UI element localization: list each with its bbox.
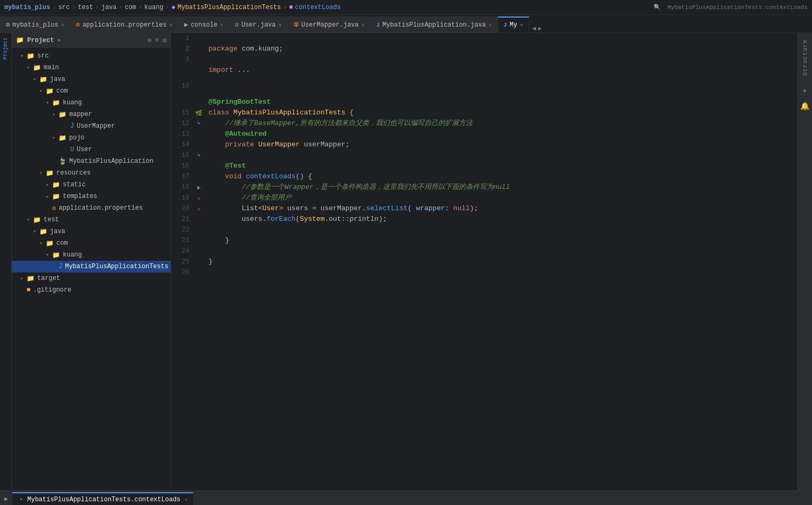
tab-mybatisplus-app[interactable]: J MybatisPlusApplication.java ✕ (371, 16, 498, 32)
tab-user-java[interactable]: U User.java ✕ (229, 16, 287, 32)
tab-scroll-left[interactable]: ◀ (532, 24, 536, 32)
list-icon[interactable]: ≡ (155, 36, 159, 45)
tree-item-gitignore[interactable]: ■ .gitignore (12, 284, 171, 296)
line-numbers: 1 2 3 10 11 12 13 14 15 16 17 18 19 20 2… (171, 33, 194, 490)
breadcrumb-bar: mybatis_plus › src › test › java › com ›… (0, 0, 812, 15)
run-icon: ▶ (2, 495, 10, 503)
file-icon-props: ⚙ (52, 204, 56, 212)
file-icon-tests: J (58, 263, 62, 270)
tree-item-test-kuang[interactable]: ▾ 📁 kuang (12, 249, 171, 261)
structure-label[interactable]: Structure (802, 35, 808, 80)
tab-application-properties[interactable]: ⚙ application.properties ✕ (70, 16, 179, 32)
tab-mybatisplus-tests[interactable]: J My ✕ (498, 16, 529, 32)
gear-icon[interactable]: ⊕ (148, 36, 152, 45)
tree-item-user[interactable]: U User (12, 144, 171, 155)
project-header-icons: ⊕ ≡ ⚙ (148, 36, 166, 45)
tab-scroll-right[interactable]: ▶ (538, 24, 542, 32)
file-icon-mybatisapp: 🍃 (58, 158, 66, 165)
tree-item-java[interactable]: ▾ 📁 java (12, 73, 171, 85)
tree-item-resources[interactable]: ▾ 📁 resources (12, 167, 171, 179)
tree-item-tests-class[interactable]: J MybatisPlusApplicationTests (12, 261, 171, 272)
folder-icon-target: 📁 (27, 275, 35, 283)
tab-usermapper-java[interactable]: ① UserMapper.java ✕ (288, 16, 371, 32)
project-panel: 📁 Project ▾ ⊕ ≡ ⚙ ▾ 📁 src ▾ 📁 main (12, 33, 171, 490)
file-icon-user: U (70, 146, 74, 153)
editor-area: 1 2 3 10 11 12 13 14 15 16 17 18 19 20 2… (171, 33, 797, 490)
right-strip: Structure ★ 🔔 (797, 33, 812, 490)
editor-gutter: 🌿 ✎ ✎ ▶ ⚠ ⚠ (194, 33, 204, 490)
favorites-button[interactable]: ★ (799, 84, 811, 96)
bottom-panel: ▶ 🔹 MybatisPlusApplicationTests.contextL… (0, 490, 812, 505)
settings-icon[interactable]: ⚙ (162, 36, 166, 45)
code-content[interactable]: package com.kuang; import ... @SpringBoo… (204, 33, 797, 490)
project-folder-icon: 📁 (16, 36, 24, 44)
tree-item-src[interactable]: ▾ 📁 src (12, 50, 171, 62)
run-tab[interactable]: 🔹 MybatisPlusApplicationTests.contextLoa… (12, 492, 193, 506)
folder-icon-resources: 📁 (46, 169, 54, 177)
bottom-tab-bar: ▶ 🔹 MybatisPlusApplicationTests.contextL… (0, 491, 812, 505)
breadcrumb-project[interactable]: mybatis_plus (4, 4, 50, 11)
file-tree: ▾ 📁 src ▾ 📁 main ▾ 📁 java ▾ 📁 com (12, 48, 171, 490)
main-layout: Project 📁 Project ▾ ⊕ ≡ ⚙ ▾ 📁 src ▾ 📁 (0, 33, 812, 490)
notifications-button[interactable]: 🔔 (799, 100, 811, 112)
project-header: 📁 Project ▾ ⊕ ≡ ⚙ (12, 33, 171, 48)
editor-tab-bar: ⚙ mybatis_plus ✕ ⚙ application.propertie… (0, 15, 812, 33)
tree-item-static[interactable]: ▸ 📁 static (12, 179, 171, 191)
project-title: Project (27, 37, 54, 44)
tab-console[interactable]: ▶ console ✕ (178, 16, 229, 32)
left-vert-strip: Project (0, 33, 12, 490)
tree-item-test-java[interactable]: ▾ 📁 java (12, 226, 171, 237)
tab-mybatis-plus[interactable]: ⚙ mybatis_plus ✕ (0, 16, 70, 32)
tree-item-templates[interactable]: ▸ 📁 templates (12, 191, 171, 202)
folder-icon-templates: 📁 (52, 193, 60, 201)
folder-icon-static: 📁 (52, 181, 60, 189)
tree-item-usermapper[interactable]: J UserMapper (12, 120, 171, 132)
tree-item-main[interactable]: ▾ 📁 main (12, 62, 171, 73)
file-icon-usermapper: J (70, 122, 74, 130)
tree-item-mapper[interactable]: ▾ 📁 mapper (12, 109, 171, 120)
tree-item-pojo[interactable]: ▾ 📁 pojo (12, 132, 171, 144)
tree-item-target[interactable]: ▸ 📁 target (12, 272, 171, 284)
tree-item-mybatisplus-app[interactable]: 🍃 MybatisPlusApplication (12, 155, 171, 167)
file-icon-gitignore: ■ (27, 286, 30, 294)
tree-item-com[interactable]: ▾ 📁 com (12, 85, 171, 97)
tree-item-application-props[interactable]: ⚙ application.properties (12, 202, 171, 214)
tree-item-test-com[interactable]: ▾ 📁 com (12, 237, 171, 249)
project-panel-label[interactable]: Project (3, 37, 9, 60)
tree-item-kuang[interactable]: ▾ 📁 kuang (12, 97, 171, 109)
tree-item-test[interactable]: ▾ 📁 test (12, 214, 171, 226)
code-editor[interactable]: 1 2 3 10 11 12 13 14 15 16 17 18 19 20 2… (171, 33, 797, 490)
